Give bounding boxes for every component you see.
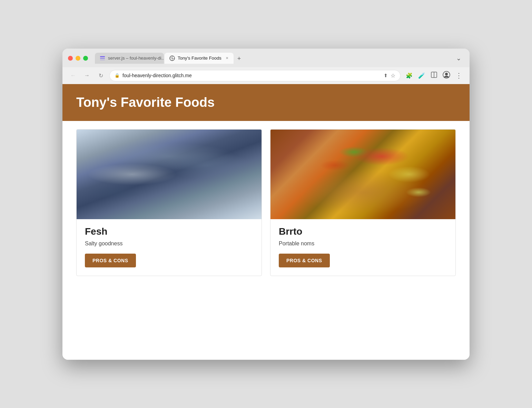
tab-server[interactable]: server.js – foul-heavenly-di... ✕ <box>95 53 164 64</box>
forward-button[interactable]: → <box>82 70 92 81</box>
foods-tab-icon <box>169 55 175 61</box>
server-tab-label: server.js – foul-heavenly-di... <box>108 55 164 61</box>
browser-window: server.js – foul-heavenly-di... ✕ Tony's… <box>62 49 470 360</box>
back-button[interactable]: ← <box>68 70 78 81</box>
traffic-lights <box>68 56 88 61</box>
svg-rect-2 <box>100 60 105 60</box>
food-info-brrto: Brrto Portable noms PROS & CONS <box>270 219 455 276</box>
reload-icon: ↻ <box>99 72 103 79</box>
title-bar: server.js – foul-heavenly-di... ✕ Tony's… <box>62 49 470 67</box>
share-icon: ⬆ <box>384 73 388 78</box>
food-card-brrto: Brrto Portable noms PROS & CONS <box>270 129 456 276</box>
food-desc-fesh: Salty goodness <box>85 241 253 247</box>
food-name-fesh: Fesh <box>85 226 253 237</box>
nav-actions: 🧩 🧪 <box>404 70 464 81</box>
tab-dropdown[interactable]: ⌄ <box>453 53 464 63</box>
split-button[interactable] <box>429 70 439 81</box>
fish-image <box>77 130 262 219</box>
tab-foods[interactable]: Tony's Favorite Foods ✕ <box>165 53 234 64</box>
puzzle-icon: 🧩 <box>406 72 413 79</box>
menu-icon: ⋮ <box>455 71 462 80</box>
svg-point-8 <box>445 73 448 75</box>
tab-bar: server.js – foul-heavenly-di... ✕ Tony's… <box>95 53 449 64</box>
profile-icon <box>443 71 450 80</box>
lock-icon: 🔒 <box>115 73 120 78</box>
address-bar[interactable]: 🔒 foul-heavenly-direction.glitch.me ⬆ ☆ <box>109 70 401 81</box>
pros-cons-button-brrto[interactable]: PROS & CONS <box>279 254 330 267</box>
nav-bar: ← → ↻ 🔒 foul-heavenly-direction.glitch.m… <box>62 67 470 84</box>
foods-tab-close[interactable]: ✕ <box>224 55 230 61</box>
back-icon: ← <box>70 72 76 79</box>
page-content: Tony's Favorite Foods Fesh Salty goodnes… <box>62 84 470 360</box>
reload-button[interactable]: ↻ <box>96 70 106 81</box>
page-header: Tony's Favorite Foods <box>62 84 470 121</box>
flask-button[interactable]: 🧪 <box>416 70 427 81</box>
maximize-button[interactable] <box>83 56 88 61</box>
burrito-image <box>270 130 455 219</box>
svg-rect-1 <box>100 58 105 59</box>
food-name-brrto: Brrto <box>279 226 447 237</box>
split-icon <box>431 72 437 79</box>
url-text: foul-heavenly-direction.glitch.me <box>122 73 381 78</box>
flask-icon: 🧪 <box>418 72 425 79</box>
svg-rect-0 <box>100 56 105 57</box>
food-card-fesh: Fesh Salty goodness PROS & CONS <box>76 129 262 276</box>
forward-icon: → <box>84 72 90 79</box>
profile-button[interactable] <box>441 70 452 81</box>
close-button[interactable] <box>68 56 73 61</box>
foods-tab-label: Tony's Favorite Foods <box>178 55 221 61</box>
new-tab-button[interactable]: + <box>234 54 244 64</box>
page-title: Tony's Favorite Foods <box>76 95 456 110</box>
minimize-button[interactable] <box>76 56 80 61</box>
server-tab-icon <box>100 55 105 61</box>
menu-button[interactable]: ⋮ <box>454 70 464 81</box>
food-info-fesh: Fesh Salty goodness PROS & CONS <box>77 219 262 276</box>
extensions-button[interactable]: 🧩 <box>404 70 414 81</box>
bookmark-icon: ☆ <box>391 72 395 79</box>
food-grid: Fesh Salty goodness PROS & CONS Brrto Po… <box>62 121 470 290</box>
pros-cons-button-fesh[interactable]: PROS & CONS <box>85 254 136 267</box>
food-desc-brrto: Portable noms <box>279 241 447 247</box>
